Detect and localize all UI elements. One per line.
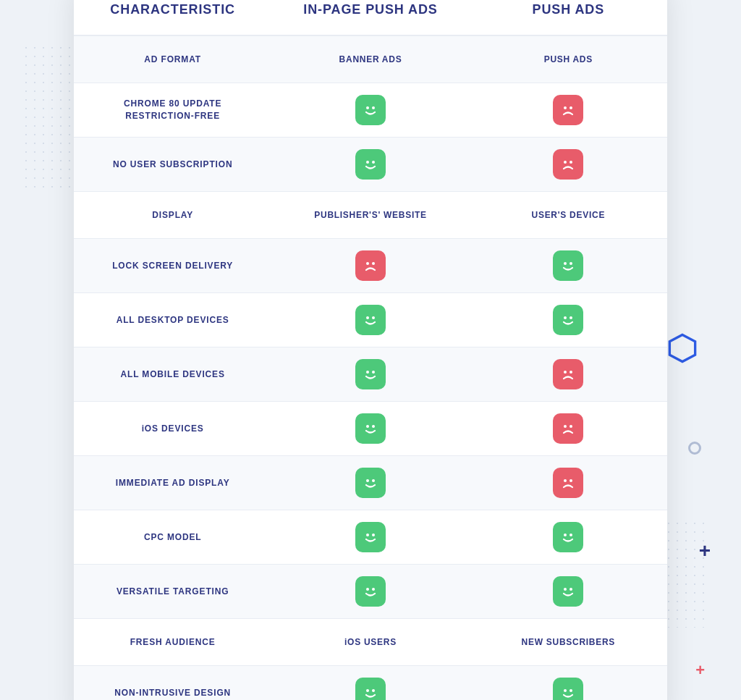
- svg-point-40: [569, 689, 572, 692]
- svg-point-39: [564, 689, 567, 692]
- happy-smiley-icon: [553, 250, 583, 281]
- table-row: NON-INTRUSIVE DESIGN: [74, 666, 667, 700]
- table-row: AD FORMATBANNER ADSPUSH ADS: [74, 36, 667, 83]
- table-row: ALL MOBILE DEVICES: [74, 347, 667, 402]
- svg-point-23: [564, 425, 567, 428]
- col2-value: PUBLISHER'S' WEBSITE: [314, 210, 426, 220]
- happy-smiley-icon: [355, 413, 386, 444]
- table-row: CHROME 80 UPDATE RESTRICTION-FREE: [74, 83, 667, 138]
- row-label: NO USER SUBSCRIPTION: [113, 159, 232, 171]
- page-wrapper: + + + + CHARACTERISTIC IN-PAGE PUSH ADS …: [0, 0, 741, 700]
- table-row: CPC MODEL: [74, 510, 667, 565]
- row-label: ALL MOBILE DEVICES: [121, 368, 225, 381]
- col3-value: PUSH ADS: [544, 54, 593, 64]
- svg-point-22: [372, 425, 375, 428]
- svg-point-25: [366, 479, 369, 482]
- svg-point-1: [366, 106, 369, 109]
- happy-smiley-icon: [553, 576, 583, 607]
- sad-smiley-icon: [553, 359, 583, 389]
- svg-point-15: [564, 316, 567, 319]
- svg-point-9: [366, 262, 369, 265]
- row-label: LOCK SCREEN DELIVERY: [112, 260, 233, 272]
- row-label: VERSATILE TARGETING: [117, 586, 229, 598]
- svg-point-36: [569, 588, 572, 591]
- svg-point-11: [564, 262, 567, 265]
- table-body: AD FORMATBANNER ADSPUSH ADSCHROME 80 UPD…: [74, 36, 667, 700]
- col2-value: BANNER ADS: [339, 54, 402, 64]
- circle-right-icon: [688, 442, 701, 455]
- svg-point-4: [569, 106, 572, 109]
- svg-point-14: [372, 316, 375, 319]
- table-row: LOCK SCREEN DELIVERY: [74, 239, 667, 293]
- happy-smiley-icon: [355, 359, 386, 389]
- sad-smiley-icon: [553, 468, 583, 498]
- table-row: iOS DEVICES: [74, 402, 667, 456]
- comparison-table: CHARACTERISTIC IN-PAGE PUSH ADS PUSH ADS…: [74, 0, 667, 700]
- happy-smiley-icon: [355, 305, 386, 335]
- svg-point-29: [366, 534, 369, 536]
- table-row: FRESH AUDIENCEiOS USERSNEW SUBSCRIBERS: [74, 619, 667, 666]
- happy-smiley-icon: [553, 678, 583, 700]
- svg-point-12: [569, 262, 572, 265]
- svg-point-3: [564, 106, 567, 109]
- row-label: NON-INTRUSIVE DESIGN: [114, 687, 231, 699]
- svg-point-26: [372, 479, 375, 482]
- header-push-ads: PUSH ADS: [470, 0, 667, 36]
- col3-value: NEW SUBSCRIBERS: [522, 637, 615, 647]
- plus-right-icon: +: [699, 539, 711, 562]
- row-label: DISPLAY: [152, 209, 193, 222]
- happy-smiley-icon: [355, 678, 386, 700]
- svg-point-2: [372, 106, 375, 109]
- row-label: AD FORMAT: [144, 54, 201, 66]
- svg-point-38: [372, 689, 375, 692]
- table-row: NO USER SUBSCRIPTION: [74, 138, 667, 192]
- table-row: DISPLAYPUBLISHER'S' WEBSITEUSER'S DEVICE: [74, 192, 667, 239]
- svg-point-6: [372, 161, 375, 164]
- col3-value: USER'S DEVICE: [532, 210, 606, 220]
- plus-bottom-right-icon: +: [695, 661, 705, 680]
- hexagon-icon: [667, 333, 698, 363]
- table-row: VERSATILE TARGETING: [74, 565, 667, 619]
- sad-smiley-icon: [355, 250, 386, 281]
- sad-smiley-icon: [553, 149, 583, 180]
- svg-point-28: [569, 479, 572, 482]
- row-label: CHROME 80 UPDATE RESTRICTION-FREE: [88, 98, 257, 122]
- col2-value: iOS USERS: [344, 637, 397, 647]
- svg-point-27: [564, 479, 567, 482]
- svg-point-19: [564, 371, 567, 374]
- row-label: CPC MODEL: [144, 531, 202, 544]
- happy-smiley-icon: [355, 95, 386, 125]
- happy-smiley-icon: [355, 149, 386, 180]
- row-label: iOS DEVICES: [142, 423, 204, 435]
- row-label: ALL DESKTOP DEVICES: [117, 314, 229, 326]
- svg-point-21: [366, 425, 369, 428]
- happy-smiley-icon: [355, 468, 386, 498]
- svg-point-32: [569, 534, 572, 536]
- svg-point-31: [564, 534, 567, 536]
- sad-smiley-icon: [553, 95, 583, 125]
- svg-point-34: [372, 588, 375, 591]
- happy-smiley-icon: [553, 522, 583, 552]
- svg-point-10: [372, 262, 375, 265]
- svg-point-24: [569, 425, 572, 428]
- table-header: CHARACTERISTIC IN-PAGE PUSH ADS PUSH ADS: [74, 0, 667, 36]
- svg-point-33: [366, 588, 369, 591]
- svg-point-8: [569, 161, 572, 164]
- sad-smiley-icon: [553, 413, 583, 444]
- svg-point-16: [569, 316, 572, 319]
- svg-point-13: [366, 316, 369, 319]
- happy-smiley-icon: [355, 576, 386, 607]
- svg-point-37: [366, 689, 369, 692]
- svg-point-7: [564, 161, 567, 164]
- svg-point-20: [569, 371, 572, 374]
- row-label: FRESH AUDIENCE: [130, 636, 216, 649]
- header-characteristic: CHARACTERISTIC: [74, 0, 271, 36]
- table-row: ALL DESKTOP DEVICES: [74, 293, 667, 347]
- header-inpage-push: IN-PAGE PUSH ADS: [271, 0, 469, 36]
- svg-point-17: [366, 371, 369, 374]
- row-label: IMMEDIATE AD DISPLAY: [116, 477, 230, 489]
- svg-point-30: [372, 534, 375, 536]
- svg-point-35: [564, 588, 567, 591]
- table-row: IMMEDIATE AD DISPLAY: [74, 456, 667, 510]
- svg-point-18: [372, 371, 375, 374]
